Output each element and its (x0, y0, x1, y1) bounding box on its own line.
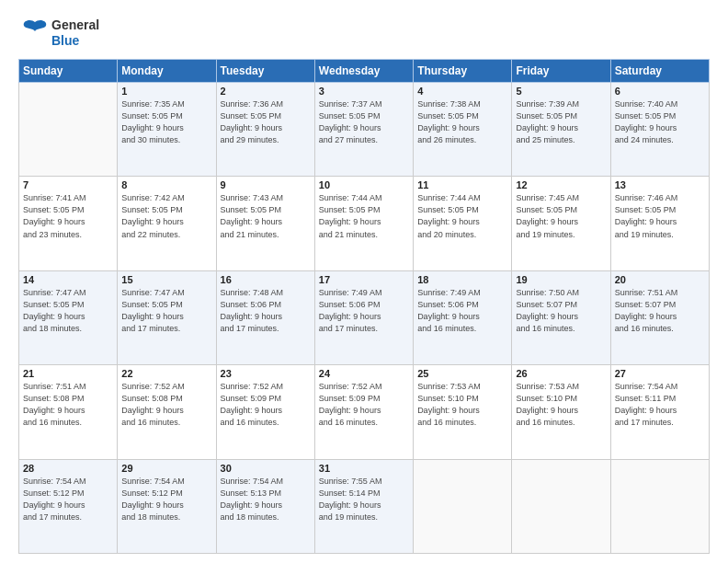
day-info: Sunrise: 7:38 AMSunset: 5:05 PMDaylight:… (417, 98, 507, 146)
calendar-cell: 25Sunrise: 7:53 AMSunset: 5:10 PMDayligh… (414, 365, 512, 459)
day-info: Sunrise: 7:42 AMSunset: 5:05 PMDaylight:… (121, 192, 211, 240)
logo-general: General (51, 17, 99, 33)
calendar-cell: 20Sunrise: 7:51 AMSunset: 5:07 PMDayligh… (610, 270, 709, 364)
day-info: Sunrise: 7:52 AMSunset: 5:09 PMDaylight:… (319, 381, 409, 429)
day-number: 11 (417, 179, 507, 190)
page: General Blue SundayMondayTuesdayWednesda… (0, 0, 728, 563)
day-number: 21 (23, 368, 113, 379)
calendar-cell: 11Sunrise: 7:44 AMSunset: 5:05 PMDayligh… (414, 177, 512, 270)
calendar-week-row: 14Sunrise: 7:47 AMSunset: 5:05 PMDayligh… (19, 270, 710, 364)
day-number: 16 (221, 274, 311, 285)
calendar-cell: 10Sunrise: 7:44 AMSunset: 5:05 PMDayligh… (314, 177, 413, 270)
calendar-cell: 6Sunrise: 7:40 AMSunset: 5:05 PMDaylight… (610, 83, 709, 177)
day-info: Sunrise: 7:49 AMSunset: 5:06 PMDaylight:… (417, 287, 507, 335)
calendar-cell: 16Sunrise: 7:48 AMSunset: 5:06 PMDayligh… (216, 270, 314, 364)
day-info: Sunrise: 7:55 AMSunset: 5:14 PMDaylight:… (319, 476, 409, 523)
calendar-cell: 31Sunrise: 7:55 AMSunset: 5:14 PMDayligh… (314, 459, 413, 553)
day-number: 23 (221, 368, 311, 379)
weekday-header-sunday: Sunday (19, 60, 118, 83)
day-info: Sunrise: 7:46 AMSunset: 5:05 PMDaylight:… (615, 192, 705, 240)
day-number: 13 (615, 179, 705, 190)
day-info: Sunrise: 7:52 AMSunset: 5:08 PMDaylight:… (121, 381, 211, 429)
calendar-week-row: 1Sunrise: 7:35 AMSunset: 5:05 PMDaylight… (19, 83, 710, 177)
weekday-header-saturday: Saturday (610, 60, 709, 83)
day-info: Sunrise: 7:43 AMSunset: 5:05 PMDaylight:… (221, 192, 311, 240)
day-number: 8 (121, 179, 211, 190)
day-info: Sunrise: 7:36 AMSunset: 5:05 PMDaylight:… (221, 98, 311, 146)
weekday-header-friday: Friday (512, 60, 610, 83)
calendar-cell: 22Sunrise: 7:52 AMSunset: 5:08 PMDayligh… (118, 365, 216, 459)
day-number: 14 (23, 274, 113, 285)
calendar-cell: 17Sunrise: 7:49 AMSunset: 5:06 PMDayligh… (314, 270, 413, 364)
day-info: Sunrise: 7:50 AMSunset: 5:07 PMDaylight:… (516, 287, 606, 335)
calendar-cell: 19Sunrise: 7:50 AMSunset: 5:07 PMDayligh… (512, 270, 610, 364)
day-number: 31 (319, 463, 409, 474)
day-info: Sunrise: 7:54 AMSunset: 5:12 PMDaylight:… (23, 476, 113, 523)
calendar-cell: 15Sunrise: 7:47 AMSunset: 5:05 PMDayligh… (118, 270, 216, 364)
day-info: Sunrise: 7:54 AMSunset: 5:13 PMDaylight:… (221, 476, 311, 523)
weekday-header-thursday: Thursday (414, 60, 512, 83)
day-number: 7 (23, 179, 113, 190)
day-info: Sunrise: 7:44 AMSunset: 5:05 PMDaylight:… (417, 192, 507, 240)
calendar-cell: 29Sunrise: 7:54 AMSunset: 5:12 PMDayligh… (118, 459, 216, 553)
day-info: Sunrise: 7:53 AMSunset: 5:10 PMDaylight:… (516, 381, 606, 429)
logo: General Blue (18, 17, 99, 50)
logo-bird-icon (18, 17, 51, 50)
day-number: 9 (221, 179, 311, 190)
day-info: Sunrise: 7:54 AMSunset: 5:11 PMDaylight:… (615, 381, 705, 429)
day-info: Sunrise: 7:40 AMSunset: 5:05 PMDaylight:… (615, 98, 705, 146)
calendar-cell: 7Sunrise: 7:41 AMSunset: 5:05 PMDaylight… (19, 177, 118, 270)
day-info: Sunrise: 7:44 AMSunset: 5:05 PMDaylight:… (319, 192, 409, 240)
calendar-week-row: 28Sunrise: 7:54 AMSunset: 5:12 PMDayligh… (19, 459, 710, 553)
day-number: 27 (615, 368, 705, 379)
calendar-cell: 21Sunrise: 7:51 AMSunset: 5:08 PMDayligh… (19, 365, 118, 459)
calendar-cell (414, 459, 512, 553)
calendar-cell: 27Sunrise: 7:54 AMSunset: 5:11 PMDayligh… (610, 365, 709, 459)
calendar-cell: 23Sunrise: 7:52 AMSunset: 5:09 PMDayligh… (216, 365, 314, 459)
calendar-cell: 5Sunrise: 7:39 AMSunset: 5:05 PMDaylight… (512, 83, 610, 177)
calendar-cell: 3Sunrise: 7:37 AMSunset: 5:05 PMDaylight… (314, 83, 413, 177)
weekday-header-monday: Monday (118, 60, 216, 83)
day-number: 15 (121, 274, 211, 285)
calendar-cell: 14Sunrise: 7:47 AMSunset: 5:05 PMDayligh… (19, 270, 118, 364)
day-info: Sunrise: 7:51 AMSunset: 5:07 PMDaylight:… (615, 287, 705, 335)
day-info: Sunrise: 7:51 AMSunset: 5:08 PMDaylight:… (23, 381, 113, 429)
day-number: 24 (319, 368, 409, 379)
calendar-cell (512, 459, 610, 553)
calendar-cell: 13Sunrise: 7:46 AMSunset: 5:05 PMDayligh… (610, 177, 709, 270)
day-number: 25 (417, 368, 507, 379)
calendar-cell: 12Sunrise: 7:45 AMSunset: 5:05 PMDayligh… (512, 177, 610, 270)
day-number: 10 (319, 179, 409, 190)
calendar-cell (19, 83, 118, 177)
day-number: 19 (516, 274, 606, 285)
day-number: 17 (319, 274, 409, 285)
day-number: 1 (121, 86, 211, 97)
day-info: Sunrise: 7:47 AMSunset: 5:05 PMDaylight:… (23, 287, 113, 335)
day-info: Sunrise: 7:41 AMSunset: 5:05 PMDaylight:… (23, 192, 113, 240)
day-number: 29 (121, 463, 211, 474)
day-info: Sunrise: 7:54 AMSunset: 5:12 PMDaylight:… (121, 476, 211, 523)
calendar-body: 1Sunrise: 7:35 AMSunset: 5:05 PMDaylight… (19, 83, 710, 554)
day-info: Sunrise: 7:53 AMSunset: 5:10 PMDaylight:… (417, 381, 507, 429)
day-info: Sunrise: 7:52 AMSunset: 5:09 PMDaylight:… (221, 381, 311, 429)
calendar-week-row: 21Sunrise: 7:51 AMSunset: 5:08 PMDayligh… (19, 365, 710, 459)
day-number: 6 (615, 86, 705, 97)
calendar-cell: 4Sunrise: 7:38 AMSunset: 5:05 PMDaylight… (414, 83, 512, 177)
day-info: Sunrise: 7:47 AMSunset: 5:05 PMDaylight:… (121, 287, 211, 335)
day-number: 30 (221, 463, 311, 474)
day-number: 20 (615, 274, 705, 285)
calendar-cell: 26Sunrise: 7:53 AMSunset: 5:10 PMDayligh… (512, 365, 610, 459)
day-info: Sunrise: 7:39 AMSunset: 5:05 PMDaylight:… (516, 98, 606, 146)
day-number: 18 (417, 274, 507, 285)
calendar-cell (610, 459, 709, 553)
day-info: Sunrise: 7:49 AMSunset: 5:06 PMDaylight:… (319, 287, 409, 335)
calendar-cell: 24Sunrise: 7:52 AMSunset: 5:09 PMDayligh… (314, 365, 413, 459)
logo-blue: Blue (51, 33, 99, 49)
calendar-header-row: SundayMondayTuesdayWednesdayThursdayFrid… (19, 60, 710, 83)
day-number: 26 (516, 368, 606, 379)
day-info: Sunrise: 7:48 AMSunset: 5:06 PMDaylight:… (221, 287, 311, 335)
day-info: Sunrise: 7:37 AMSunset: 5:05 PMDaylight:… (319, 98, 409, 146)
day-info: Sunrise: 7:35 AMSunset: 5:05 PMDaylight:… (121, 98, 211, 146)
calendar-cell: 28Sunrise: 7:54 AMSunset: 5:12 PMDayligh… (19, 459, 118, 553)
weekday-header-tuesday: Tuesday (216, 60, 314, 83)
